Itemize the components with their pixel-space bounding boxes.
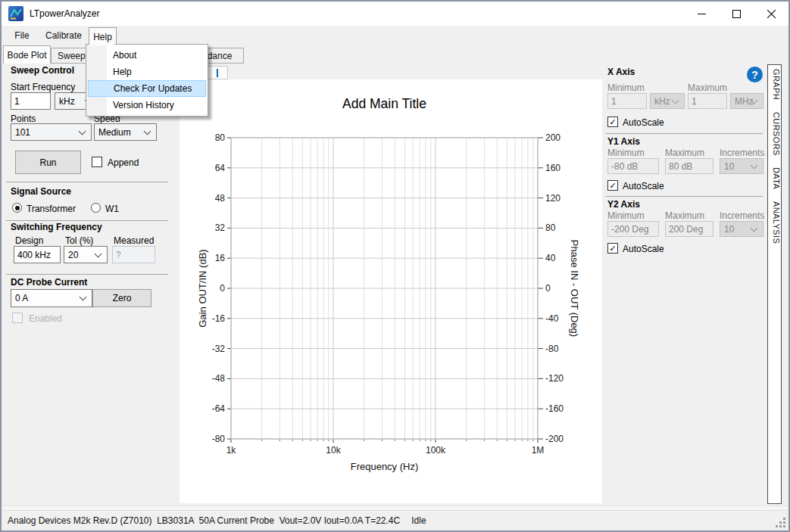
tab-bode-plot[interactable]: Bode Plot	[3, 45, 51, 64]
menu-item-check-for-updates[interactable]: Check For Updates	[88, 80, 206, 97]
dc-probe-current-select[interactable]: 0 A	[11, 289, 92, 307]
menu-file[interactable]: File	[6, 27, 38, 44]
side-tab-analysis[interactable]: ANALYSIS	[772, 201, 781, 244]
title-bar: LTpowerAnalyzer	[2, 2, 788, 26]
x-autoscale-checkbox[interactable]: ✓	[607, 117, 618, 127]
x-maximum-input	[688, 93, 727, 109]
y2-maximum-label: Maximum	[665, 210, 704, 221]
help-dropdown-menu: About Help Check For Updates Version His…	[86, 44, 208, 117]
chevron-down-icon	[144, 127, 151, 135]
x-minimum-unit-select: kHz	[650, 93, 685, 109]
y2-increments-select: 10	[720, 221, 763, 237]
separator	[6, 274, 168, 275]
transformer-label: Transformer	[27, 204, 76, 214]
speed-select[interactable]: Medium	[94, 123, 157, 141]
y1-increments-select: 10	[720, 158, 763, 174]
svg-text:1M: 1M	[532, 445, 545, 456]
menu-calibrate[interactable]: Calibrate	[38, 27, 89, 44]
help-icon[interactable]: ?	[747, 67, 763, 82]
side-tab-graph[interactable]: GRAPH	[772, 69, 781, 100]
maximize-button[interactable]	[719, 2, 754, 26]
y2-autoscale-checkbox[interactable]: ✓	[607, 243, 618, 254]
radio-selected-dot	[15, 206, 20, 210]
y2-autoscale-label: AutoScale	[623, 244, 664, 254]
side-tab-cursors[interactable]: CURSORS	[772, 112, 781, 156]
radio-transformer[interactable]	[12, 203, 22, 213]
chart-title[interactable]: Add Main Title	[231, 96, 538, 112]
window-title: LTpowerAnalyzer	[30, 8, 99, 19]
svg-text:-16: -16	[212, 313, 226, 324]
svg-text:-120: -120	[545, 373, 564, 384]
minimize-button[interactable]	[684, 2, 719, 26]
x-minimum-label: Minimum	[607, 82, 645, 93]
y1-increments-value: 10	[724, 161, 734, 172]
resize-grip-icon[interactable]	[776, 518, 786, 528]
run-button[interactable]: Run	[15, 151, 81, 174]
maximize-icon	[732, 10, 741, 18]
menu-item-version-history[interactable]: Version History	[88, 97, 206, 114]
radio-w1[interactable]	[91, 203, 101, 213]
svg-text:1k: 1k	[226, 445, 237, 456]
y1-axis-section-title: Y1 Axis	[607, 136, 640, 147]
dc-probe-current-value: 0 A	[15, 293, 28, 303]
y1-autoscale-checkbox[interactable]: ✓	[607, 180, 618, 191]
svg-text:16: 16	[215, 253, 226, 263]
x-axis-section-title: X Axis	[607, 67, 635, 77]
y2-minimum-label: Minimum	[607, 210, 645, 221]
x-autoscale-label: AutoScale	[623, 117, 664, 128]
append-label: Append	[108, 157, 139, 168]
tol-value: 20	[68, 250, 78, 260]
app-window: LTpowerAnalyzer File Calibrate Help Bode…	[0, 0, 790, 532]
status-device-info: Analog Devices M2k Rev.D (Z7010) LB3031A…	[8, 515, 400, 526]
y2-increments-label: Increments	[720, 210, 764, 221]
switching-frequency-title: Switching Frequency	[11, 222, 102, 232]
y2-increments-value: 10	[724, 224, 734, 235]
app-icon	[8, 6, 23, 21]
y1-axis-label: Gain OUT/IN (dB)	[197, 249, 208, 327]
close-button[interactable]	[754, 2, 788, 26]
append-checkbox[interactable]	[92, 157, 102, 167]
svg-text:0: 0	[220, 283, 225, 294]
status-bar: Analog Devices M2k Rev.D (Z7010) LB3031A…	[2, 510, 788, 530]
zero-button[interactable]: Zero	[92, 289, 151, 307]
svg-text:200: 200	[545, 132, 560, 143]
menu-item-about[interactable]: About	[88, 47, 206, 64]
points-select[interactable]: 101	[11, 123, 92, 141]
svg-text:40: 40	[545, 253, 556, 263]
svg-text:80: 80	[215, 132, 226, 143]
svg-text:120: 120	[545, 193, 560, 204]
start-frequency-label: Start Frequency	[11, 82, 75, 92]
side-tab-data[interactable]: DATA	[772, 167, 781, 189]
y2-maximum-input	[665, 221, 713, 237]
svg-text:48: 48	[215, 193, 226, 204]
y1-maximum-label: Maximum	[665, 148, 704, 158]
separator	[6, 220, 168, 221]
svg-text:-32: -32	[212, 344, 226, 354]
chevron-down-icon	[751, 224, 758, 232]
y1-increments-label: Increments	[720, 148, 764, 158]
design-input[interactable]	[14, 246, 61, 263]
x-maximum-label: Maximum	[688, 82, 727, 93]
start-frequency-input[interactable]	[11, 92, 51, 110]
chevron-down-icon	[751, 161, 758, 169]
svg-text:32: 32	[215, 222, 226, 233]
x-minimum-input	[607, 93, 647, 109]
design-label: Design	[15, 235, 43, 246]
menu-open-joint	[89, 43, 114, 45]
start-frequency-unit-value: kHz	[59, 96, 75, 107]
svg-text:80: 80	[545, 222, 556, 233]
menu-item-help[interactable]: Help	[88, 64, 206, 80]
chevron-down-icon	[80, 294, 87, 301]
signal-source-title: Signal Source	[11, 186, 71, 197]
graph-subtab-fragment	[217, 69, 218, 77]
y2-axis-label: Phase IN - OUT (Deg)	[569, 240, 580, 337]
x-maximum-unit-select: MHz	[730, 93, 763, 109]
svg-text:0: 0	[545, 283, 551, 294]
w1-label: W1	[105, 204, 119, 214]
check-icon: ✓	[609, 244, 616, 253]
y2-minimum-input	[607, 221, 659, 237]
svg-text:10k: 10k	[326, 445, 341, 456]
separator	[6, 182, 168, 182]
tol-select[interactable]: 20	[64, 246, 108, 263]
bode-plot-chart: Add Main Title 1k10k100k1M80644832160-16…	[180, 79, 602, 503]
